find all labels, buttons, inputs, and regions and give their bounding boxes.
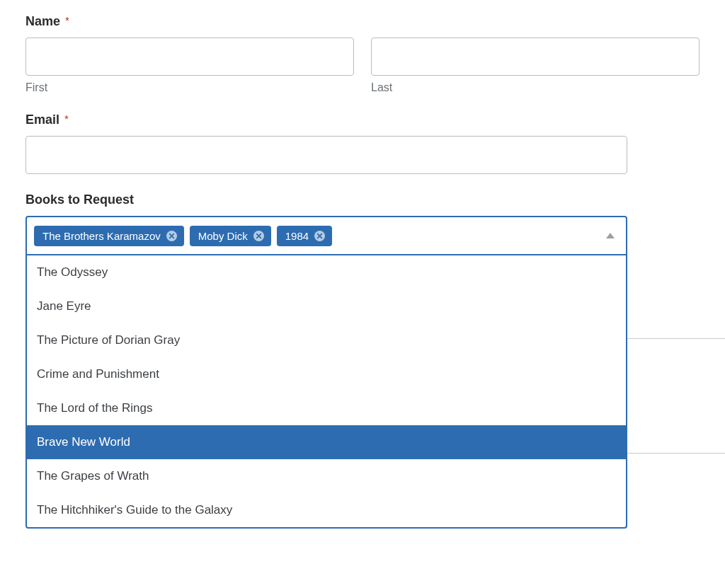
required-indicator-icon: * (65, 14, 69, 26)
email-field-group: Email * (25, 113, 700, 174)
book-option[interactable]: The Picture of Dorian Gray (27, 323, 626, 357)
close-icon[interactable] (314, 231, 325, 241)
required-indicator-icon: * (64, 113, 69, 125)
chip-label: Moby Dick (198, 230, 248, 242)
book-option[interactable]: The Grapes of Wrath (27, 459, 626, 493)
email-label-text: Email (25, 113, 59, 127)
name-label: Name * (25, 14, 700, 29)
first-name-col: First (25, 38, 354, 94)
close-icon[interactable] (166, 231, 177, 241)
selected-book-chip: Moby Dick (190, 226, 271, 246)
email-label: Email * (25, 113, 700, 127)
chip-label: The Brothers Karamazov (42, 230, 161, 242)
books-multiselect: The Brothers KaramazovMoby Dick1984 The … (25, 216, 627, 529)
last-name-input[interactable] (371, 38, 700, 76)
books-field-group: Books to Request The Brothers KaramazovM… (25, 192, 700, 529)
chevron-up-icon[interactable] (606, 233, 615, 238)
books-label: Books to Request (25, 192, 700, 207)
close-icon[interactable] (253, 231, 264, 241)
name-field-group: Name * First Last (25, 14, 700, 94)
name-inputs-row: First Last (25, 38, 700, 94)
books-multiselect-listbox[interactable]: The OdysseyJane EyreThe Picture of Doria… (25, 255, 627, 529)
books-multiselect-control[interactable]: The Brothers KaramazovMoby Dick1984 (25, 216, 627, 255)
book-option[interactable]: Crime and Punishment (27, 357, 626, 391)
book-option[interactable]: Brave New World (27, 425, 626, 459)
name-label-text: Name (25, 14, 60, 28)
book-option[interactable]: Jane Eyre (27, 289, 626, 323)
chip-label: 1984 (285, 230, 309, 242)
selected-book-chip: 1984 (277, 226, 332, 246)
book-option[interactable]: The Odyssey (27, 255, 626, 289)
selected-book-chip: The Brothers Karamazov (34, 226, 184, 246)
first-name-sublabel: First (25, 81, 354, 94)
last-name-col: Last (371, 38, 700, 94)
book-option[interactable]: The Hitchhiker's Guide to the Galaxy (27, 493, 626, 527)
first-name-input[interactable] (25, 38, 354, 76)
email-input[interactable] (25, 136, 627, 174)
last-name-sublabel: Last (371, 81, 700, 94)
book-option[interactable]: The Lord of the Rings (27, 391, 626, 425)
